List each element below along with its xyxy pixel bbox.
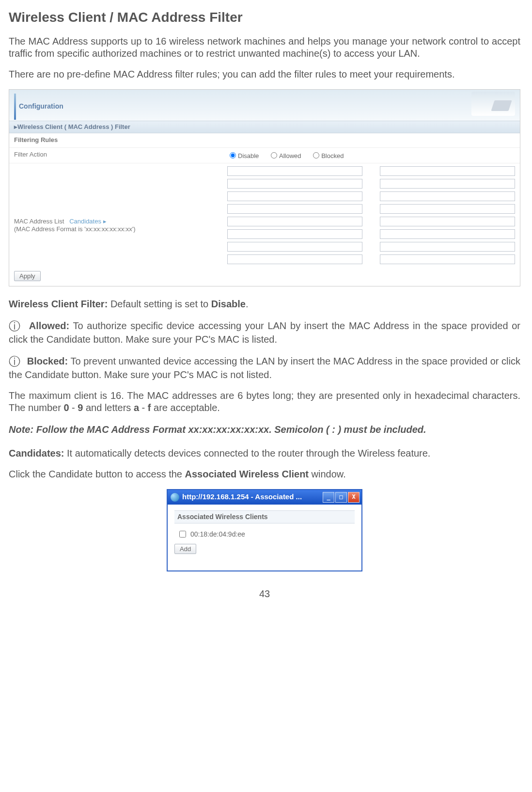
minimize-button[interactable]: _ xyxy=(323,492,334,503)
mac-address-list-row: MAC Address List Candidates ▸ (MAC Addre… xyxy=(9,163,520,267)
page-title: Wireless Client / MAC Address Filter xyxy=(9,9,520,26)
mac-address-list-labels: MAC Address List Candidates ▸ (MAC Addre… xyxy=(14,197,227,234)
blocked-definition: ⓘ Blocked: To prevent unwanted device ac… xyxy=(9,354,520,381)
mac-input-grid xyxy=(227,166,515,264)
max-b3: a xyxy=(134,402,139,413)
blocked-text: To prevent unwanted device accessing the… xyxy=(9,356,520,380)
mac-input[interactable] xyxy=(380,179,515,189)
mac-address-list-text: MAC Address List xyxy=(14,218,64,225)
max-b4: f xyxy=(148,402,151,413)
mac-input[interactable] xyxy=(380,166,515,176)
radio-allowed-input[interactable] xyxy=(271,152,277,158)
radio-blocked-label: Blocked xyxy=(321,152,344,159)
candidates-text: It automatically detects devices connect… xyxy=(64,448,430,459)
click-b: Associated Wireless Client xyxy=(185,469,309,479)
mac-input[interactable] xyxy=(227,242,362,252)
click-c: window. xyxy=(309,469,346,479)
wcf-bold: Disable xyxy=(211,299,246,309)
intro-paragraph-1: The MAC Address supports up to 16 wirele… xyxy=(9,35,520,60)
candidates-label: Candidates: xyxy=(9,448,64,459)
close-button[interactable]: X xyxy=(348,492,360,503)
filter-section-title: ▸Wireless Client ( MAC Address ) Filter xyxy=(9,121,520,133)
info-icon: ⓘ xyxy=(9,320,21,333)
radio-blocked[interactable]: Blocked xyxy=(311,152,344,159)
max-client-line: The maximum client is 16. The MAC addres… xyxy=(9,390,520,414)
max-mid: and letters xyxy=(83,402,134,413)
radio-allowed[interactable]: Allowed xyxy=(268,152,301,159)
filter-action-radios: Disable Allowed Blocked xyxy=(227,151,515,160)
radio-allowed-label: Allowed xyxy=(279,152,301,159)
allowed-definition: ⓘ Allowed: To authorize specific device … xyxy=(9,319,520,346)
max-d2: - xyxy=(139,402,148,413)
window-titlebar: http://192.168.1.254 - Associated ... _ … xyxy=(168,490,361,505)
radio-disable-input[interactable] xyxy=(230,152,236,158)
allowed-label: Allowed: xyxy=(29,320,69,331)
intro-paragraph-2: There are no pre-define MAC Address filt… xyxy=(9,68,520,80)
page-number: 43 xyxy=(9,588,520,600)
wireless-client-filter-line: Wireless Client Filter: Default setting … xyxy=(9,298,520,310)
mac-input[interactable] xyxy=(227,254,362,264)
wcf-mid: Default setting is set to xyxy=(108,299,211,309)
candidates-link[interactable]: Candidates ▸ xyxy=(69,218,106,225)
click-candidate-line: Click the Candidate button to access the… xyxy=(9,468,520,480)
apply-row: Apply xyxy=(9,267,520,286)
click-a: Click the Candidate button to access the xyxy=(9,469,185,479)
max-d1: - xyxy=(69,402,78,413)
blocked-label: Blocked: xyxy=(27,356,68,366)
max-end: are acceptable. xyxy=(151,402,220,413)
associated-clients-window: http://192.168.1.254 - Associated ... _ … xyxy=(167,489,362,572)
radio-blocked-input[interactable] xyxy=(313,152,319,158)
maximize-button[interactable]: □ xyxy=(335,492,347,503)
mac-input[interactable] xyxy=(380,229,515,239)
wcf-prefix: Wireless Client Filter: xyxy=(9,299,108,309)
mac-input[interactable] xyxy=(227,217,362,226)
config-label: Configuration xyxy=(19,102,63,111)
config-panel-header: Configuration xyxy=(9,90,520,121)
window-body: Associated Wireless Clients 00:18:de:04:… xyxy=(168,505,361,571)
info-icon: ⓘ xyxy=(9,355,20,368)
config-panel-screenshot: Configuration ▸Wireless Client ( MAC Add… xyxy=(9,89,520,286)
mac-input[interactable] xyxy=(380,254,515,264)
mac-input[interactable] xyxy=(227,179,362,189)
client-mac: 00:18:de:04:9d:ee xyxy=(190,530,245,539)
candidates-definition: Candidates: It automatically detects dev… xyxy=(9,447,520,459)
mac-input[interactable] xyxy=(380,204,515,214)
mac-input[interactable] xyxy=(227,204,362,214)
mac-input[interactable] xyxy=(227,166,362,176)
radio-disable[interactable]: Disable xyxy=(227,152,259,159)
max-b2: 9 xyxy=(78,402,83,413)
max-b1: 0 xyxy=(63,402,69,413)
browser-icon xyxy=(171,493,179,502)
mac-input[interactable] xyxy=(227,191,362,201)
filter-action-label: Filter Action xyxy=(14,151,227,158)
mac-format-hint: (MAC Address Format is 'xx:xx:xx:xx:xx:x… xyxy=(14,225,227,233)
header-ribbon-icon xyxy=(14,94,16,120)
mac-input[interactable] xyxy=(380,242,515,252)
allowed-text: To authorize specific device accessing y… xyxy=(9,320,520,345)
apply-button[interactable]: Apply xyxy=(14,271,41,281)
mac-input[interactable] xyxy=(380,191,515,201)
filtering-rules-row: Filtering Rules xyxy=(9,133,520,147)
filter-action-row: Filter Action Disable Allowed Blocked xyxy=(9,148,520,163)
add-row: Add xyxy=(174,544,355,554)
client-row: 00:18:de:04:9d:ee xyxy=(174,527,355,544)
device-logo-icon xyxy=(471,92,515,116)
add-button[interactable]: Add xyxy=(174,544,196,554)
associated-clients-header: Associated Wireless Clients xyxy=(174,510,355,524)
note-line: Note: Follow the MAC Address Format xx:x… xyxy=(9,424,520,436)
mac-input[interactable] xyxy=(227,229,362,239)
mac-input[interactable] xyxy=(380,217,515,226)
client-checkbox[interactable] xyxy=(179,531,186,538)
filtering-rules-label: Filtering Rules xyxy=(14,136,227,144)
radio-disable-label: Disable xyxy=(238,152,259,159)
window-title: http://192.168.1.254 - Associated ... xyxy=(182,492,302,502)
wcf-end: . xyxy=(246,299,249,309)
